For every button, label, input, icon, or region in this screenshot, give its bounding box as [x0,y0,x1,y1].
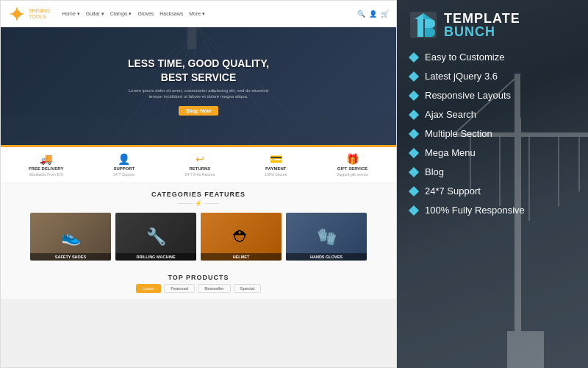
divider-line-left [178,203,193,204]
diamond-icon [409,128,419,138]
diamond-icon [409,166,419,177]
feature-support: 24*7 Support [410,185,575,197]
feature-easy-customize: Easy to Customize [410,52,575,63]
category-safety-shoes: 👟 SAFETY SHOES [30,213,111,261]
gift-icon: 🎁 [346,153,359,165]
feature-text: Multiple Section [425,128,492,139]
diamond-icon [409,205,419,215]
shop-now-button[interactable]: Shop Now [179,106,218,116]
feature-text: 24*7 Support [425,185,481,197]
features-bar: 🚚 FREE DELIVERY Worldwide From $75 👤 SUP… [1,145,396,183]
diamond-icon [409,147,419,158]
nav-gloves: Gloves [138,11,154,17]
delivery-label: FREE DELIVERY [29,166,63,171]
templatebunch-logo-icon [410,12,437,38]
top-products-section: TOP PRODUCTS Latest Featured Bestseller … [1,268,396,299]
lightning-icon: ⚡ [195,200,202,207]
website-preview: SHINING TOOLS Home ▾ Guitar ▾ Clamps ▾ G… [0,0,397,368]
feature-multiple-section: Multiple Section [410,128,575,139]
divider-line-right [204,203,219,204]
feature-text: Latest jQuery 3.6 [425,71,498,82]
feature-gift: 🎁 GIFT SERVICE Support gift service [337,153,368,177]
nav-more: More ▾ [189,11,205,17]
feature-jquery: Latest jQuery 3.6 [410,71,575,82]
feature-text: 100% Fully Responsive [425,205,525,216]
category-helmet-label: HELMET [201,253,282,261]
diamond-icon [409,71,419,81]
gift-sub: Support gift service [337,172,368,177]
diamond-icon [409,109,419,119]
site-nav-links: Home ▾ Guitar ▾ Clamps ▾ Gloves Hacksaws… [62,11,357,17]
categories-divider: ⚡ [8,200,389,207]
category-drilling-machine-label: DRILLING MACHINE [115,253,196,261]
category-helmet: ⛑ HELMET [201,213,282,261]
feature-list: Easy to Customize Latest jQuery 3.6 Resp… [410,52,575,216]
feature-ajax: Ajax Search [410,109,575,120]
nav-clamps: Clamps ▾ [110,11,132,17]
site-logo-icon [8,5,26,23]
diamond-icon [409,52,419,62]
feature-payment: 💳 PAYMENT 100% Secure [265,153,287,177]
cart-icon: 🛒 [381,10,389,18]
site-logo: SHINING TOOLS [8,5,50,23]
nav-home: Home ▾ [62,11,80,17]
categories-grid: 👟 SAFETY SHOES 🔧 DRILLING MACHINE ⛑ HELM… [8,213,389,261]
category-drilling-machine: 🔧 DRILLING MACHINE [115,213,196,261]
category-hands-gloves-label: HANDS GLOVES [286,253,367,261]
brand-name: TEMPLATE BUNCH [444,12,575,38]
support-label: SUPPORT [113,166,135,171]
right-content: TEMPLATE BUNCH Easy to Customize Latest … [397,0,588,227]
right-panel: TEMPLATE BUNCH Easy to Customize Latest … [397,0,588,368]
feature-text: Blog [425,166,444,177]
feature-fully-responsive: 100% Fully Responsive [410,205,575,216]
diamond-icon [409,185,419,196]
feature-returns: ↩ RETURNS 24*7 Free Returns [184,153,215,177]
feature-delivery: 🚚 FREE DELIVERY Worldwide From $75 [29,153,63,177]
payment-icon: 💳 [270,153,282,165]
hero-title: LESS TIME, GOOD QUALITY,BEST SERVICE [125,57,272,83]
feature-blog: Blog [410,166,575,177]
feature-text: Easy to Customize [425,52,504,63]
tab-special[interactable]: Special [234,284,262,293]
feature-support: 👤 SUPPORT 24*7 Support [113,153,135,177]
feature-responsive: Responsive Layouts [410,90,575,101]
support-icon: 👤 [118,153,130,165]
diamond-icon [409,90,419,100]
payment-sub: 100% Secure [265,172,287,177]
brand-header: TEMPLATE BUNCH [410,12,575,38]
nav-guitar: Guitar ▾ [86,11,104,17]
feature-mega-menu: Mega Menu [410,147,575,158]
site-logo-text: SHINING TOOLS [29,8,50,19]
svg-rect-9 [187,27,196,49]
delivery-sub: Worldwide From $75 [29,172,63,177]
tab-featured[interactable]: Featured [164,284,195,293]
categories-title: CATEGORIES FEATURES [8,191,389,198]
feature-text: Responsive Layouts [425,90,511,101]
support-sub: 24*7 Support [113,172,135,177]
tab-bestseller[interactable]: Bestseller [198,284,230,293]
feature-text: Ajax Search [425,109,476,120]
returns-label: RETURNS [189,166,210,171]
svg-rect-15 [507,331,544,368]
returns-sub: 24*7 Free Returns [184,172,215,177]
category-hands-gloves: 🧤 HANDS GLOVES [286,213,367,261]
hero-subtitle: Lorem ipsum dolor sit amet, consectetur … [125,88,272,100]
gift-label: GIFT SERVICE [337,166,368,171]
user-icon: 👤 [369,10,377,18]
delivery-icon: 🚚 [40,153,52,165]
svg-rect-10 [1,116,396,145]
tab-latest[interactable]: Latest [136,284,161,293]
nav-hacksaws: Hacksaws [159,11,183,17]
site-hero: LESS TIME, GOOD QUALITY,BEST SERVICE Lor… [1,27,396,145]
product-tabs: Latest Featured Bestseller Special [8,284,389,293]
site-nav-icons: 🔍 👤 🛒 [357,10,389,18]
feature-text: Mega Menu [425,147,476,158]
svg-point-0 [13,10,21,18]
site-navbar: SHINING TOOLS Home ▾ Guitar ▾ Clamps ▾ G… [1,1,396,27]
returns-icon: ↩ [196,153,204,165]
category-safety-shoes-label: SAFETY SHOES [30,253,111,261]
products-title: TOP PRODUCTS [8,274,389,281]
search-icon: 🔍 [357,10,365,18]
payment-label: PAYMENT [265,166,286,171]
categories-section: CATEGORIES FEATURES ⚡ 👟 SAFETY SHOES 🔧 D… [1,183,396,268]
